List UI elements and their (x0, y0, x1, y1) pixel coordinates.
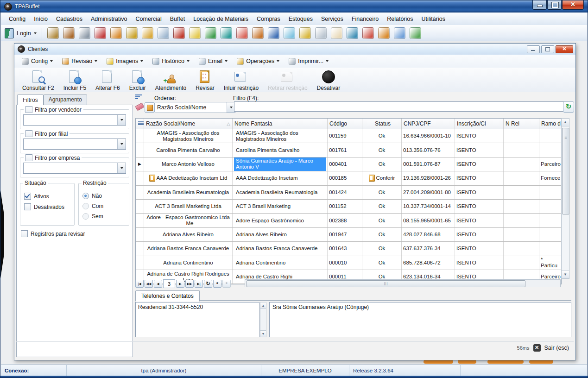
filter-tab[interactable]: Filtros (17, 94, 44, 105)
table-row[interactable]: ▶ AMAGIS - Associação dos Magistrados Mi… (136, 129, 561, 143)
table-row[interactable]: ▶ Marco Antonio Velloso Sônia Guimarães … (136, 158, 561, 171)
sort-list-icon[interactable] (135, 94, 143, 101)
restricao-option[interactable]: Sem (82, 213, 125, 220)
pager-button[interactable]: * (222, 280, 231, 288)
calendar-icon[interactable] (362, 27, 374, 39)
table-row[interactable]: ▶ Adriana Alves Ribeiro Adriana Alves Ri… (136, 228, 561, 242)
clientes-menu-item[interactable]: Imagens (103, 57, 147, 66)
column-header[interactable]: Inscrição/Cl (455, 119, 504, 129)
column-header[interactable]: Nome Fantasia (233, 119, 328, 129)
maximize-button[interactable] (547, 0, 562, 10)
clientes-maximize-button[interactable] (541, 45, 554, 53)
filter-input[interactable] (234, 101, 573, 112)
situacao-option[interactable]: Ativos (24, 193, 70, 200)
menu-item[interactable]: Compras (253, 14, 285, 24)
filter-checkbox[interactable] (25, 154, 32, 161)
minimize-button[interactable] (532, 0, 547, 10)
contract-edit-icon[interactable] (394, 27, 405, 39)
exit-icon[interactable]: ✕ (533, 344, 541, 352)
table-row[interactable]: ▶ Adriana Continentino Adriana Continent… (136, 256, 561, 270)
scroll-down-icon[interactable]: ▼ (260, 330, 266, 337)
action-button[interactable]: Alterar F6 (92, 69, 123, 92)
clientes-menu-item[interactable]: Config (18, 57, 57, 66)
locate-button[interactable] (145, 102, 155, 113)
schedule-table-icon[interactable] (110, 27, 122, 39)
clientes-titlebar[interactable]: Clientes ✕ (14, 44, 575, 55)
clientes-menu-item[interactable]: Email (195, 57, 231, 66)
table-row[interactable]: ▶ Adriana Bastos Franca Canaverde Adrian… (136, 242, 561, 256)
menu-item[interactable]: Locação de Materiais (189, 14, 253, 24)
user-add-icon[interactable] (378, 27, 390, 39)
mail-open-icon[interactable] (331, 27, 342, 39)
scroll-down-icon[interactable]: ▼ (562, 271, 569, 278)
table-row[interactable]: ▶ ACT 3 Brasil Marketing Ltda ACT 3 Bras… (136, 200, 561, 214)
phone-icon[interactable] (126, 27, 138, 39)
contacts-tab[interactable]: Telefones e Contatos (135, 290, 200, 302)
column-header[interactable]: N Rel (504, 119, 539, 129)
catalog-icon[interactable] (284, 27, 295, 39)
ledger-icon[interactable] (268, 27, 279, 39)
calculator-icon[interactable] (347, 27, 358, 39)
contact-person-box[interactable]: Sra Sônia Guimarães Araújo (Cônjuge) (269, 302, 571, 337)
stamp-icon[interactable] (47, 27, 59, 39)
scroll-up-icon[interactable]: ▲ (562, 119, 569, 126)
clientes-menu-item[interactable]: Imprimir... (285, 57, 332, 66)
menu-item[interactable]: Estoques (285, 14, 317, 24)
scrollbar-thumb[interactable]: ≡ (562, 128, 569, 214)
checkbox[interactable] (24, 193, 31, 200)
column-header[interactable]: Status (362, 119, 402, 129)
action-button[interactable]: Excluir (126, 69, 149, 92)
clientes-menu-item[interactable]: Operações (233, 57, 283, 66)
menu-item[interactable]: Financeiro (348, 14, 383, 24)
scrollbar-thumb[interactable]: ||| (247, 280, 525, 287)
table-row[interactable]: ▶ Carolina Pimenta Carvalho Carolina Pim… (136, 143, 561, 157)
filter-combobox[interactable] (23, 139, 126, 150)
filter-combobox[interactable] (23, 163, 126, 174)
restricao-option[interactable]: Com (82, 203, 125, 209)
combo-dropdown-button[interactable] (117, 115, 126, 125)
menu-item[interactable]: Cadastros (52, 14, 87, 24)
menu-item[interactable]: Buffet (166, 14, 189, 24)
menu-item[interactable]: Administrativo (87, 14, 132, 24)
action-button[interactable]: Desativar (314, 69, 344, 92)
clientes-menu-item[interactable]: Histórico (149, 57, 193, 66)
indicator-column-header[interactable] (136, 119, 144, 129)
action-button[interactable]: Inluir restrição (221, 69, 262, 92)
menu-item[interactable]: Comercial (132, 14, 166, 24)
action-button[interactable]: Retirar restrição (265, 69, 310, 92)
copy-pages-icon[interactable] (158, 27, 169, 39)
clear-filter-eraser-icon[interactable] (135, 103, 144, 111)
action-button[interactable]: Consultar F2 (19, 69, 57, 92)
folders-icon[interactable] (142, 27, 153, 39)
pager-button[interactable]: ◀◀ (145, 280, 153, 288)
table-add-icon[interactable] (236, 27, 248, 39)
column-header[interactable]: CNPJ/CPF (402, 119, 455, 129)
grid-horizontal-scrollbar[interactable]: ◀ ||| (245, 279, 561, 287)
action-button[interactable]: Atendimento (152, 69, 190, 92)
envelope-icon[interactable] (315, 27, 327, 39)
combo-dropdown-button[interactable] (117, 139, 126, 149)
main-titlebar[interactable]: TPABuffet ✕ (0, 0, 588, 13)
table-export-icon[interactable] (410, 27, 421, 39)
table-row[interactable]: ▶ Academia Brasileira Reumatologia Acade… (136, 186, 561, 200)
phones-box[interactable]: Residencial 31-3344-5520 (135, 302, 259, 337)
checklist-icon[interactable] (173, 27, 185, 39)
column-header[interactable]: Razão Social/Nome△ (144, 119, 233, 129)
clientes-minimize-button[interactable] (527, 45, 540, 53)
pager-button[interactable]: ▶ (176, 280, 184, 288)
pager-button[interactable]: ↻ (204, 280, 212, 288)
column-header[interactable]: Código (328, 119, 362, 129)
revisar-option[interactable]: Registros para revisar (21, 230, 133, 237)
pager-button[interactable]: * (213, 280, 221, 288)
document-teal-icon[interactable] (221, 27, 232, 39)
radio-button[interactable] (82, 203, 89, 209)
menu-item[interactable]: Serviços (317, 14, 348, 24)
archive-cabinet-icon[interactable] (63, 27, 75, 39)
exit-label[interactable]: Sair (esc) (544, 345, 569, 351)
menu-item[interactable]: Início (30, 14, 52, 24)
action-button[interactable]: Revisar (192, 69, 218, 92)
clientes-menu-item[interactable]: Revisão (58, 57, 101, 66)
filter-checkbox[interactable] (25, 130, 32, 137)
radio-button[interactable] (82, 193, 89, 199)
situacao-option[interactable]: Desativados (24, 203, 70, 210)
